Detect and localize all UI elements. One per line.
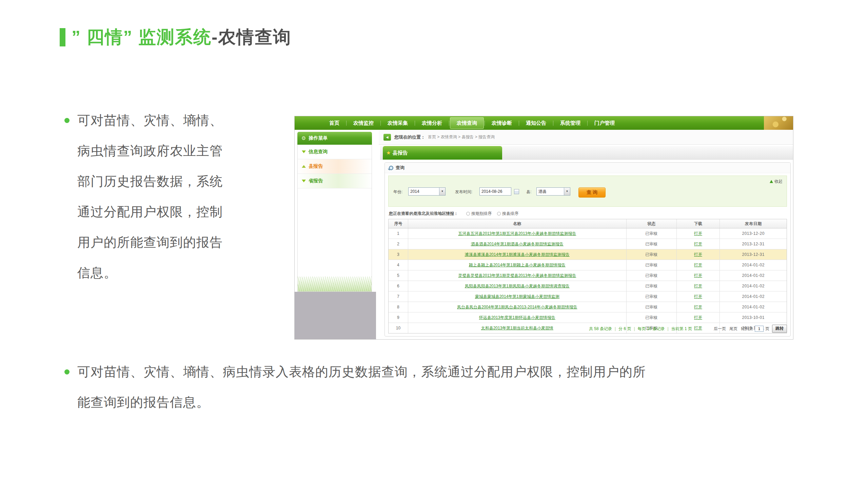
nav-item-通知公告[interactable]: 通知公告 [519, 116, 553, 130]
status-cell: 已审核 [627, 302, 677, 312]
download-cell: 打开 [677, 270, 720, 281]
search-button[interactable]: 查 询 [578, 187, 606, 198]
region-view-label: 您正在查看的是淮北及沿淮地区情报： [389, 211, 458, 217]
report-link[interactable]: 灵璧县灵璧县2013年第1期灵璧县2013年小麦越冬期苗情监测报告 [458, 273, 576, 279]
table-row: 3濉溪县濉溪县2014年第1期濉溪县小麦越冬期苗情监测报告已审核打开2013-1… [389, 249, 787, 260]
table-header-cell: 发布日期 [720, 219, 787, 228]
nav-item-农情分析[interactable]: 农情分析 [415, 116, 449, 130]
title-accent-bar [60, 28, 65, 46]
page-title: ” 四情” 监测系统-农情查询 [60, 20, 291, 54]
report-link[interactable]: 怀远县2013年度第1期怀远县小麦苗情报告 [479, 315, 555, 321]
triangle-down-icon [302, 150, 306, 153]
goto-page-input[interactable] [755, 326, 764, 332]
bullet-dot [64, 369, 70, 374]
page-title-highlight: ” 四情” 监测系统 [72, 25, 212, 49]
nav-item-农情查询[interactable]: 农情查询 [450, 117, 484, 129]
open-link[interactable]: 打开 [694, 304, 702, 310]
table-header-cell: 名称 [408, 219, 627, 228]
sidebar-gray-filler [295, 292, 376, 339]
table-header-row: 序号名称状态下载发布日期 [389, 219, 787, 228]
report-link[interactable]: 濉溪县濉溪县2014年第1期濉溪县小麦越冬期苗情监测报告 [465, 252, 570, 258]
next-page-link[interactable]: 后一页 [714, 326, 726, 332]
sort-by-period-radio[interactable]: 按期别排序 [466, 211, 492, 217]
wheat-decoration-image [764, 116, 793, 130]
tab-strip: ★ 县报告 [380, 146, 793, 160]
tab-label: 县报告 [392, 150, 408, 156]
report-table: 序号名称状态下载发布日期1五河县五河县2013年第1期五河县2013年小麦越冬期… [388, 219, 787, 333]
publish-date-cell: 2013-12-31 [720, 239, 787, 249]
table-row: 2泗县泗县2014年第1期泗县小麦越冬期苗情监测报告已审核打开2013-12-3… [389, 239, 787, 249]
report-link[interactable]: 凤阳县凤阳县2013年第1期凤阳县小麦越冬期苗情调查报告 [465, 283, 570, 289]
last-page-link[interactable]: 尾页 [729, 326, 737, 332]
nav-item-系统管理[interactable]: 系统管理 [553, 116, 587, 130]
sidebar-header: ⚙ 操作菜单 [297, 132, 372, 145]
report-link[interactable]: 泗县泗县2014年第1期泗县小麦越冬期苗情监测报告 [471, 241, 564, 247]
table-row: 1五河县五河县2013年第1期五河县2013年小麦越冬期苗情监测报告已审核打开2… [389, 228, 787, 239]
jump-button[interactable]: 跳转 [772, 325, 787, 333]
publish-date-cell: 2014-01-02 [720, 302, 787, 312]
sidebar-item-信息查询[interactable]: 信息查询 [298, 145, 372, 159]
report-link[interactable]: 五河县五河县2013年第1期五河县2013年小麦越冬期苗情监测报告 [458, 231, 576, 237]
content-panel: 查询 收起 年份: 2014 ▼ 发布时间: 2014-08-26 县: 泗县 … [384, 162, 791, 337]
pagination-separator: | [668, 326, 669, 331]
download-cell: 打开 [677, 260, 720, 270]
table-row: 9怀远县2013年度第1期怀远县小麦苗情报告已审核打开2013-10-01 [389, 312, 787, 323]
open-link[interactable]: 打开 [694, 273, 702, 279]
top-nav: 首页农情监控农情采集农情分析农情查询农情诊断通知公告系统管理门户管理 [295, 116, 793, 130]
county-select[interactable]: 泗县 ▼ [536, 187, 570, 196]
report-link[interactable]: 颍上县颍上县2014年第1期颍上县小麦越冬期苗情报告 [469, 262, 566, 268]
publish-date-input[interactable]: 2014-08-26 [479, 187, 511, 196]
row-number-cell: 8 [389, 302, 408, 312]
year-select[interactable]: 2014 ▼ [408, 187, 446, 196]
search-icon [389, 166, 393, 170]
report-link[interactable]: 凤台县凤台县2004年第1期凤台县2013-2014年小麦越冬期苗情报告 [457, 304, 577, 310]
open-link[interactable]: 打开 [694, 241, 702, 247]
sidebar-header-label: 操作菜单 [309, 135, 328, 141]
triangle-up-icon [302, 165, 306, 168]
county-select-value: 泗县 [537, 188, 564, 195]
open-link[interactable]: 打开 [694, 294, 702, 300]
breadcrumb-path[interactable]: 首页 > 农情查询 > 县报告 > 报告查询 [428, 134, 495, 140]
nav-item-农情诊断[interactable]: 农情诊断 [485, 116, 519, 130]
sort-by-county-radio[interactable]: 按县排序 [497, 211, 518, 217]
sidebar-item-label: 县报告 [309, 163, 323, 169]
open-link[interactable]: 打开 [694, 262, 702, 268]
publish-date-cell: 2013-12-31 [720, 249, 787, 260]
pagination-controls: 后一页 尾页 转到第 页 跳转 [714, 325, 787, 333]
sidebar-item-省报告[interactable]: 省报告 [298, 174, 372, 188]
download-cell: 打开 [677, 312, 720, 323]
back-arrow-icon[interactable]: ◄ [383, 134, 391, 141]
sidebar-item-label: 信息查询 [309, 149, 328, 155]
app-screenshot: 首页农情监控农情采集农情分析农情查询农情诊断通知公告系统管理门户管理 ◄ 您现在… [294, 116, 793, 340]
bullet-line: 能查询到的报告信息。 [77, 387, 823, 418]
publish-date-cell: 2014-01-02 [720, 260, 787, 270]
collapse-toggle[interactable]: 收起 [770, 179, 783, 184]
status-cell: 已审核 [627, 281, 677, 291]
open-link[interactable]: 打开 [694, 283, 702, 289]
nav-item-农情监控[interactable]: 农情监控 [347, 116, 380, 130]
nav-item-农情采集[interactable]: 农情采集 [381, 116, 415, 130]
status-cell: 已审核 [627, 249, 677, 260]
bullet-line: 通过分配用户权限，控制 [77, 197, 294, 227]
query-form: 收起 年份: 2014 ▼ 发布时间: 2014-08-26 县: 泗县 ▼ 查… [388, 176, 787, 207]
chevron-down-icon: ▼ [564, 188, 570, 195]
tab-county-report[interactable]: ★ 县报告 [383, 146, 502, 160]
sidebar-item-县报告[interactable]: 县报告 [298, 159, 372, 174]
year-select-value: 2014 [409, 188, 439, 195]
collapse-label: 收起 [774, 179, 783, 184]
pagination-bar: 共 58 条记录|分 6 页|每页 10 条记录|当前第 1 页 后一页 尾页 … [388, 325, 787, 333]
nav-item-首页[interactable]: 首页 [322, 116, 346, 130]
download-cell: 打开 [677, 239, 720, 249]
publish-date-label: 发布时间: [455, 187, 472, 196]
report-name-cell: 怀远县2013年度第1期怀远县小麦苗情报告 [408, 312, 627, 323]
open-link[interactable]: 打开 [694, 315, 702, 321]
report-name-cell: 凤阳县凤阳县2013年第1期凤阳县小麦越冬期苗情调查报告 [408, 281, 627, 291]
calendar-icon[interactable] [514, 189, 519, 194]
report-link[interactable]: 蒙城县蒙城县2014年第1期蒙城县小麦苗情监测 [475, 294, 559, 300]
bullet-line: 部门历史报告数据，系统 [77, 166, 294, 197]
open-link[interactable]: 打开 [694, 252, 702, 258]
sidebar: 信息查询县报告省报告 [297, 145, 372, 292]
bullet-text-left: 可对苗情、灾情、墒情、病虫情查询政府农业主管部门历史报告数据，系统通过分配用户权… [77, 105, 294, 288]
nav-item-门户管理[interactable]: 门户管理 [588, 116, 622, 130]
open-link[interactable]: 打开 [694, 231, 702, 237]
